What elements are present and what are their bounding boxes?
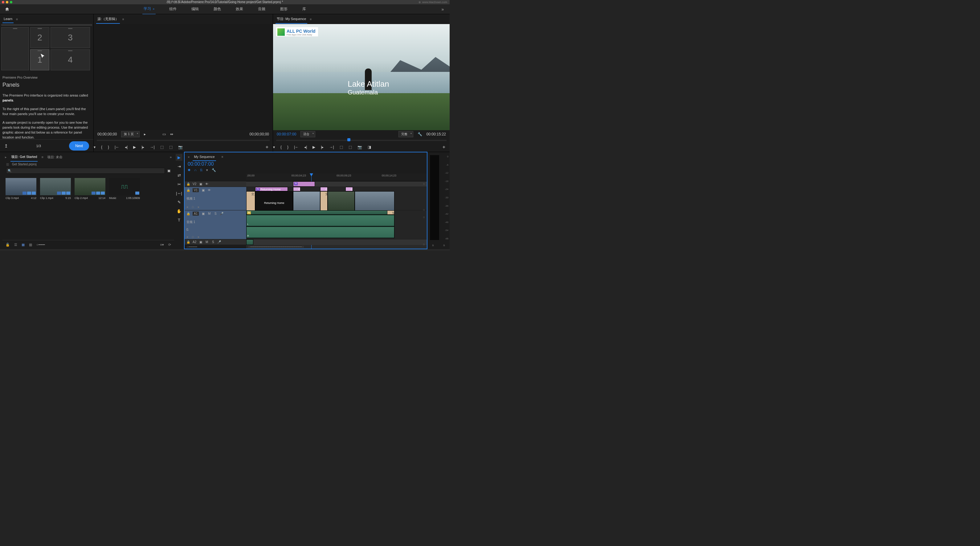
lock-icon[interactable]: 🔒: [186, 212, 190, 215]
timeline-timecode[interactable]: 00:00:07:00: [185, 161, 427, 167]
workspace-color[interactable]: 颜色: [212, 4, 222, 14]
bracket-in-icon[interactable]: {: [101, 145, 102, 149]
ripple-tool-icon[interactable]: ⇄: [176, 172, 183, 179]
safe-margins-icon[interactable]: ▭: [162, 132, 166, 136]
prev-kf-icon[interactable]: ◂: [186, 205, 188, 209]
zoom-select[interactable]: 适合: [301, 131, 315, 137]
clip-text-3[interactable]: Clip 3: [320, 187, 327, 191]
new-bin-icon[interactable]: ▣: [167, 169, 170, 173]
pen-tool-icon[interactable]: ✎: [176, 199, 183, 206]
zoom-handle[interactable]: ○━━━━━━━━━━━━━━━━━━━━━━━━○: [248, 245, 304, 249]
program-tc-current[interactable]: 00:00:07:00: [277, 132, 296, 136]
workspace-overflow[interactable]: »: [436, 7, 450, 12]
clip-a1-right[interactable]: R: [246, 227, 395, 238]
go-out-icon[interactable]: →|: [329, 145, 334, 149]
output-icon[interactable]: ⇔: [170, 132, 173, 136]
zoom-handle[interactable]: ○━━━━: [186, 245, 197, 249]
clip-v2-title[interactable]: fx: [293, 181, 315, 187]
mic-icon[interactable]: 🎤: [217, 240, 221, 244]
track-toggle-icon[interactable]: ○: [423, 208, 425, 212]
source-page-select[interactable]: 第 1 页: [121, 131, 139, 137]
mark-icon[interactable]: ▾: [273, 145, 275, 149]
zoom-slider[interactable]: ○━━━: [37, 243, 45, 247]
workspace-graphics[interactable]: 图形: [279, 4, 289, 14]
bracket-in-icon[interactable]: {: [280, 145, 282, 149]
magnet-icon[interactable]: ∩: [194, 168, 197, 172]
workspace-editing[interactable]: 编辑: [190, 4, 200, 14]
settings-icon[interactable]: 🔧: [212, 168, 216, 172]
linked-sel-icon[interactable]: ⎘: [200, 168, 202, 172]
go-in-icon[interactable]: |←: [115, 145, 119, 149]
comparison-icon[interactable]: ◨: [368, 145, 371, 149]
audio-transition[interactable]: 恒定功: [387, 211, 394, 215]
quality-select[interactable]: 完整: [398, 131, 413, 137]
track-toggle-icon[interactable]: ○: [423, 243, 425, 246]
workspace-assembly[interactable]: 组件: [168, 4, 178, 14]
freeform-view-icon[interactable]: ▥: [29, 243, 32, 247]
minimize-icon[interactable]: [6, 1, 8, 3]
panel-menu-icon[interactable]: ≡: [221, 155, 223, 158]
clip-text-1[interactable]: Clip 1: [293, 187, 300, 191]
insert-icon[interactable]: ⬚: [160, 145, 164, 149]
step-back-icon[interactable]: ◂|: [125, 145, 127, 149]
overwrite-icon[interactable]: ⬚: [169, 145, 173, 149]
clip-text-2[interactable]: Clip 2: [345, 187, 353, 191]
play-icon[interactable]: ▶: [133, 145, 136, 149]
clip-a1-left[interactable]: L: [246, 215, 395, 227]
hand-tool-icon[interactable]: ✋: [176, 208, 183, 214]
traffic-lights[interactable]: [0, 1, 12, 3]
clip-a2[interactable]: [246, 239, 253, 245]
lock-icon[interactable]: 🔒: [186, 240, 190, 244]
icon-view-icon[interactable]: ▦: [22, 243, 25, 247]
eye-icon[interactable]: 👁: [207, 188, 211, 192]
list-view-icon[interactable]: ☰: [14, 243, 17, 247]
play-small-icon[interactable]: ▸: [144, 132, 146, 136]
workspace-learn[interactable]: 学习≡: [142, 4, 156, 14]
panel-menu-icon[interactable]: ≡: [123, 18, 124, 21]
snap-icon[interactable]: ✱: [188, 168, 191, 172]
timeline-tracks[interactable]: ;00;00 00;00;04;23 00;00;09;23 00;00;14;…: [246, 173, 427, 249]
sort-icon[interactable]: ≡▾: [160, 243, 164, 247]
mic-icon[interactable]: 🎤: [220, 212, 223, 216]
source-tab[interactable]: 源:（无剪辑）: [96, 15, 120, 24]
source-scrubber[interactable]: [94, 138, 273, 142]
extract-icon[interactable]: ⬚: [348, 145, 352, 149]
program-scrubber[interactable]: [273, 138, 450, 142]
panel-menu-icon[interactable]: ≡: [310, 18, 312, 21]
learn-tab[interactable]: Learn: [2, 15, 14, 23]
project-item[interactable]: Clip 3.mp44:12: [6, 178, 37, 200]
wrench-icon[interactable]: 🔧: [418, 132, 422, 136]
go-out-icon[interactable]: →|: [150, 145, 154, 149]
step-fwd-icon[interactable]: |▸: [142, 145, 144, 149]
clip-a1-header[interactable]: fx: [246, 211, 395, 215]
panel-menu-icon[interactable]: ≡: [41, 155, 43, 159]
close-icon[interactable]: [2, 1, 4, 3]
go-in-icon[interactable]: |←: [294, 145, 299, 149]
time-ruler[interactable]: ;00;00 00;00;04;23 00;00;09;23 00;00;14;…: [246, 173, 427, 181]
export-frame-icon[interactable]: 📷: [358, 145, 362, 149]
workspace-libraries[interactable]: 库: [301, 4, 307, 14]
maximize-icon[interactable]: [10, 1, 12, 3]
lock-icon[interactable]: 🔒: [186, 188, 190, 192]
workspace-audio[interactable]: 音频: [257, 4, 267, 14]
eye-icon[interactable]: 👁: [205, 182, 208, 186]
bin-icon[interactable]: ▸: [5, 155, 7, 159]
razor-tool-icon[interactable]: ✂: [176, 181, 183, 188]
target-icon[interactable]: ▣: [201, 188, 205, 192]
lock-icon[interactable]: 🔒: [186, 182, 190, 186]
home-button[interactable]: [0, 7, 14, 12]
project-item[interactable]: Clip 2.mp412:14: [75, 178, 105, 200]
workspace-effects[interactable]: 效果: [234, 4, 244, 14]
lift-icon[interactable]: ⬚: [340, 145, 343, 149]
project-item[interactable]: Clip 1.mp45:15: [40, 178, 71, 200]
add-button-icon[interactable]: +: [266, 144, 269, 150]
project-item[interactable]: ⎍⎍ Music1:05:10909: [109, 178, 140, 200]
marker-icon[interactable]: ▾: [206, 168, 208, 172]
slip-tool-icon[interactable]: |↔|: [176, 190, 183, 196]
program-tab[interactable]: 节目: My Sequence: [275, 15, 307, 24]
track-toggle-icon[interactable]: ○: [423, 215, 425, 219]
bin-back-icon[interactable]: ▥: [6, 163, 9, 166]
clip-returning-home-title[interactable]: fxReturning Home: [255, 187, 288, 191]
play-icon[interactable]: ▶: [312, 145, 315, 149]
playhead-icon[interactable]: [347, 138, 350, 141]
